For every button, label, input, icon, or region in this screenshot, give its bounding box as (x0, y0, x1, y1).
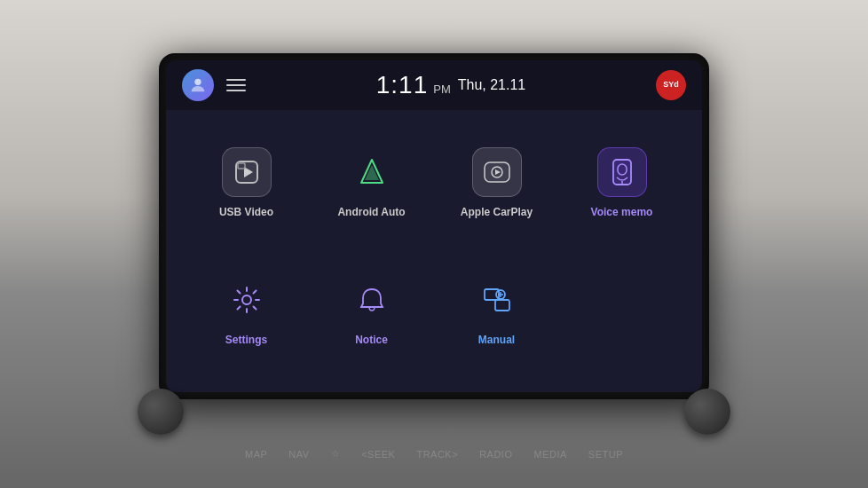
manual-label: Manual (478, 334, 515, 346)
time-value: 1:11 (376, 71, 429, 99)
app-empty-slot (559, 247, 684, 374)
app-manual[interactable]: Manual (434, 247, 559, 374)
app-settings[interactable]: Settings (184, 247, 309, 374)
svg-point-12 (242, 295, 251, 304)
app-voice-memo[interactable]: Voice memo (559, 119, 684, 247)
svg-point-0 (194, 79, 201, 85)
menu-icon[interactable] (226, 79, 246, 91)
ctrl-setup[interactable]: SETUP (578, 445, 634, 463)
time-ampm: PM (433, 83, 451, 96)
knob-left[interactable] (138, 389, 184, 435)
controls-bar: MAP NAV ☆ <SEEK TRACK> RADIO MEDIA SETUP (150, 445, 718, 463)
svg-rect-14 (495, 300, 509, 311)
android-auto-label: Android Auto (337, 206, 405, 218)
ctrl-media[interactable]: MEDIA (523, 445, 577, 463)
manual-icon (472, 275, 522, 325)
ctrl-map[interactable]: MAP (234, 445, 278, 463)
settings-icon (222, 275, 272, 325)
svg-rect-9 (613, 160, 631, 185)
ctrl-track-next[interactable]: TRACK> (406, 445, 469, 463)
time-display: 1:11 PM (376, 71, 451, 99)
ctrl-radio[interactable]: RADIO (469, 445, 523, 463)
notice-icon (347, 275, 397, 325)
usb-video-icon (222, 147, 272, 197)
screen: 1:11 PM Thu, 21.11 SYd (166, 60, 702, 392)
time-section: 1:11 PM Thu, 21.11 (376, 71, 526, 99)
apple-carplay-label: Apple CarPlay (461, 206, 533, 218)
app-grid: USB Video Android Auto (166, 110, 702, 392)
usb-video-label: USB Video (219, 206, 273, 218)
ctrl-nav[interactable]: NAV (278, 445, 320, 463)
status-bar: 1:11 PM Thu, 21.11 SYd (166, 60, 702, 110)
knob-right[interactable] (684, 389, 730, 435)
voice-memo-icon (597, 147, 647, 197)
status-left (182, 69, 246, 101)
app-notice[interactable]: Notice (309, 247, 434, 374)
android-auto-icon (347, 147, 397, 197)
ctrl-star[interactable]: ☆ (320, 445, 351, 463)
date-display: Thu, 21.11 (458, 77, 526, 93)
dashboard: 1:11 PM Thu, 21.11 SYd (0, 0, 868, 488)
brand-icon: SYd (656, 70, 686, 100)
notice-label: Notice (355, 334, 388, 346)
screen-bezel: 1:11 PM Thu, 21.11 SYd (159, 53, 709, 399)
settings-label: Settings (225, 334, 267, 346)
app-apple-carplay[interactable]: Apple CarPlay (434, 119, 559, 247)
app-android-auto[interactable]: Android Auto (309, 119, 434, 247)
app-usb-video[interactable]: USB Video (184, 119, 309, 247)
voice-memo-label: Voice memo (591, 206, 653, 218)
apple-carplay-icon (472, 147, 522, 197)
ctrl-seek-prev[interactable]: <SEEK (351, 445, 406, 463)
avatar-icon[interactable] (182, 69, 214, 101)
